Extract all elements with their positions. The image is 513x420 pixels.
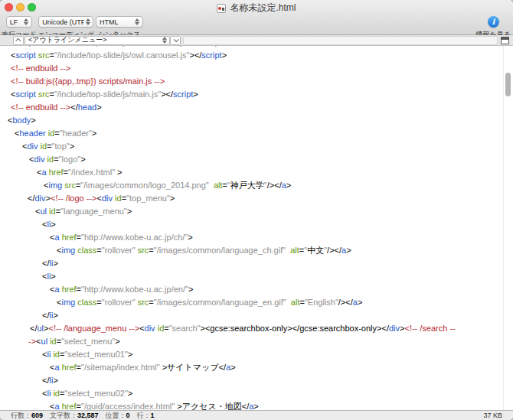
window-controls	[5, 3, 36, 11]
outline-secondary-field[interactable]	[183, 36, 498, 45]
code-line: <a href="/index.html" >	[0, 166, 513, 179]
char-count: 文字数：32,587	[50, 411, 99, 420]
code-line: </ul><!-- /language_menu --><div id="sea…	[0, 322, 513, 335]
outline-menu-popup[interactable]: <アウトラインメニュー>	[25, 36, 170, 45]
stepper-icon	[161, 37, 168, 44]
outline-menu-value: <アウトラインメニュー>	[28, 35, 161, 45]
stepper-icon	[84, 18, 91, 25]
code-line: <li id="select_menu02">	[0, 387, 513, 400]
code-line: <ul id="language_menu">	[0, 205, 513, 218]
line-ending-popup[interactable]: LF	[6, 16, 32, 28]
code-line: </li>	[0, 374, 513, 387]
code-line: <img src="/images/common/logo_2014.png" …	[0, 179, 513, 192]
code-line: <div id="top">	[0, 140, 513, 153]
code-line: </li>	[0, 309, 513, 322]
close-button[interactable]	[5, 3, 13, 11]
outline-bar: <アウトラインメニュー>	[0, 35, 513, 46]
title-group: 名称未設定.html	[217, 0, 296, 15]
code-line: <script src="/include/top-slide/js/main.…	[0, 88, 513, 101]
code-line: <a href="/guid/access/index.html" >アクセス・…	[0, 400, 513, 410]
code-line: <a href="http://www.kobe-u.ac.jp/en/">	[0, 283, 513, 296]
stepper-icon	[23, 18, 30, 25]
status-items: 行数：609文字数：32,587位置：0行：1	[11, 411, 155, 420]
line-count: 行数：609	[11, 411, 43, 420]
document-icon	[217, 4, 226, 13]
window-chrome: 名称未設定.html LF改行コードUnicode (UTF-8)エンコーディン…	[0, 0, 513, 35]
code-line: <li>	[0, 270, 513, 283]
chevron-up-icon	[15, 38, 21, 44]
code-line: <li>	[0, 218, 513, 231]
file-size: 37 KB	[483, 412, 502, 419]
code-line: <script src="/include/top-slide/js/owl.c…	[0, 49, 513, 62]
split-view-icon[interactable]	[501, 37, 509, 44]
stepper-icon	[134, 18, 141, 25]
syntax-popup[interactable]: HTML	[96, 16, 143, 28]
outline-jump-button[interactable]	[170, 36, 181, 45]
vertical-scrollbar[interactable]	[503, 46, 513, 410]
code-line: <img class="rollover" src="/images/commo…	[0, 296, 513, 309]
caret-position: 位置：0	[106, 411, 130, 420]
toolbar: LF改行コードUnicode (UTF-8)エンコーディングHTMLシンタックス…	[0, 15, 513, 35]
code-line: <li id="select_menu01">	[0, 348, 513, 361]
code-line: <a href="/sitemap/index.html" >サイトマップ</a…	[0, 361, 513, 374]
code-editor[interactable]: <script src="/include/top-slide/js/owl.c…	[0, 46, 513, 410]
code-line: <!-- build:js({app,.tmp}) scripts/main.j…	[0, 75, 513, 88]
info-icon[interactable]: i	[488, 16, 499, 28]
code-line: <header id="header">	[0, 127, 513, 140]
code-line: <body>	[0, 114, 513, 127]
code-line: <a href="http://www.kobe-u.ac.jp/ch/">	[0, 231, 513, 244]
encoding-popup[interactable]: Unicode (UTF-8)	[38, 16, 93, 28]
title-bar[interactable]: 名称未設定.html	[0, 0, 513, 15]
code-line: -><ul id="select_menu">	[0, 335, 513, 348]
code-line: <div id="logo">	[0, 153, 513, 166]
outline-collapse-button[interactable]	[13, 36, 24, 45]
minimize-button[interactable]	[16, 3, 25, 11]
syntax-popup-value: HTML	[100, 18, 134, 26]
code-area: <script src="/include/top-slide/js/owl.c…	[0, 46, 513, 410]
editor-window: 名称未設定.html LF改行コードUnicode (UTF-8)エンコーディン…	[0, 0, 513, 420]
code-line: <!-- endbuild -->	[0, 62, 513, 75]
line-ending-popup-value: LF	[10, 18, 23, 26]
window-title: 名称未設定.html	[230, 2, 296, 15]
code-line: </div><!-- /logo --><div id="top_menu">	[0, 192, 513, 205]
caret-line: 行：1	[137, 411, 155, 420]
code-line: <img class="rollover" src="/images/commo…	[0, 244, 513, 257]
status-bar: 行数：609文字数：32,587位置：0行：1 37 KB	[0, 410, 513, 420]
scrollbar-thumb[interactable]	[505, 73, 511, 96]
chevron-down-icon	[173, 37, 178, 42]
code-line: </li>	[0, 257, 513, 270]
encoding-popup-value: Unicode (UTF-8)	[42, 18, 84, 26]
code-line: <!-- endbuild --></head>	[0, 101, 513, 114]
zoom-button[interactable]	[28, 3, 36, 11]
